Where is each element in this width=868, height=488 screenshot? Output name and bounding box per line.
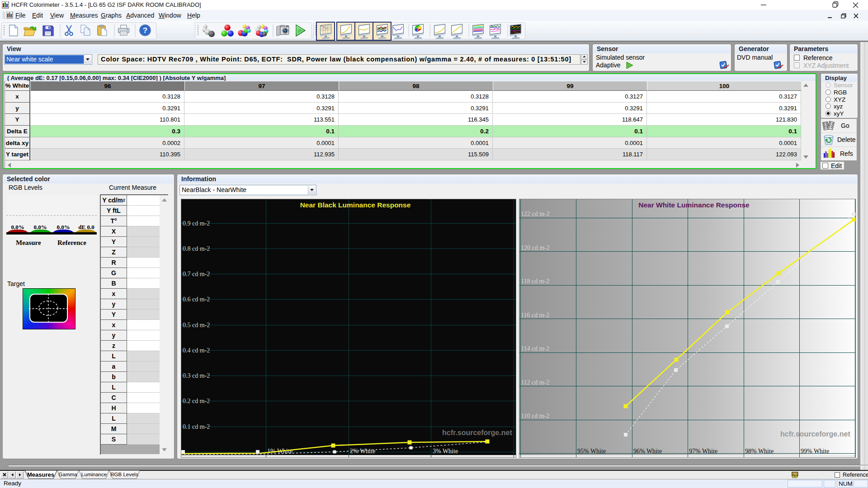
svg-text:95% White: 95% White — [577, 448, 606, 455]
svg-text:Luminance: Luminance — [81, 472, 107, 477]
svg-text:0.0%: 0.0% — [11, 224, 24, 230]
svg-text:116 cd m-2: 116 cd m-2 — [521, 312, 549, 319]
svg-text:96% White: 96% White — [633, 448, 662, 455]
svg-text:99% White: 99% White — [801, 448, 829, 455]
svg-text:0.0%: 0.0% — [57, 224, 70, 230]
svg-text:118 cd m-2: 118 cd m-2 — [521, 278, 549, 285]
svg-text:0.4 cd m-2: 0.4 cd m-2 — [183, 347, 210, 354]
svg-text:98% White: 98% White — [745, 448, 774, 455]
svg-text:2% White: 2% White — [350, 448, 375, 455]
svg-text:Measures: Measures — [27, 471, 54, 478]
svg-text:0.0%: 0.0% — [33, 224, 47, 230]
svg-text:0.7 cd m-2: 0.7 cd m-2 — [183, 271, 210, 277]
svg-text:122 cd m-2: 122 cd m-2 — [521, 211, 550, 217]
svg-text:110 cd m-2: 110 cd m-2 — [521, 413, 549, 419]
svg-text:0.9 cd m-2: 0.9 cd m-2 — [183, 220, 210, 227]
svg-text:112 cd m-2: 112 cd m-2 — [521, 379, 549, 386]
svg-text:hcfr.sourceforge.net: hcfr.sourceforge.net — [442, 429, 512, 436]
svg-text:hcfr.sourceforge.net: hcfr.sourceforge.net — [780, 430, 850, 438]
svg-text:0.2 cd m-2: 0.2 cd m-2 — [183, 398, 210, 404]
svg-text:97% White: 97% White — [689, 448, 717, 455]
svg-text:114 cd m-2: 114 cd m-2 — [521, 345, 549, 352]
svg-text:0.3 cd m-2: 0.3 cd m-2 — [183, 372, 210, 379]
svg-text:0.1 cd m-2: 0.1 cd m-2 — [183, 423, 210, 430]
svg-text:120 cd m-2: 120 cd m-2 — [521, 244, 550, 251]
svg-text:RGB Levels: RGB Levels — [110, 472, 138, 477]
svg-text:Near White Luminance Response: Near White Luminance Response — [638, 201, 750, 209]
svg-text:3% White: 3% White — [433, 448, 458, 455]
svg-text:dE 0.0: dE 0.0 — [78, 224, 94, 230]
svg-text:0.8 cd m-2: 0.8 cd m-2 — [183, 245, 210, 252]
svg-text:0.6 cd m-2: 0.6 cd m-2 — [183, 296, 210, 303]
svg-text:0.5 cd m-2: 0.5 cd m-2 — [183, 322, 210, 328]
svg-text:Near Black Luminance Response: Near Black Luminance Response — [300, 201, 411, 209]
svg-text:?: ? — [143, 26, 147, 35]
svg-text:Gamma: Gamma — [59, 472, 78, 477]
